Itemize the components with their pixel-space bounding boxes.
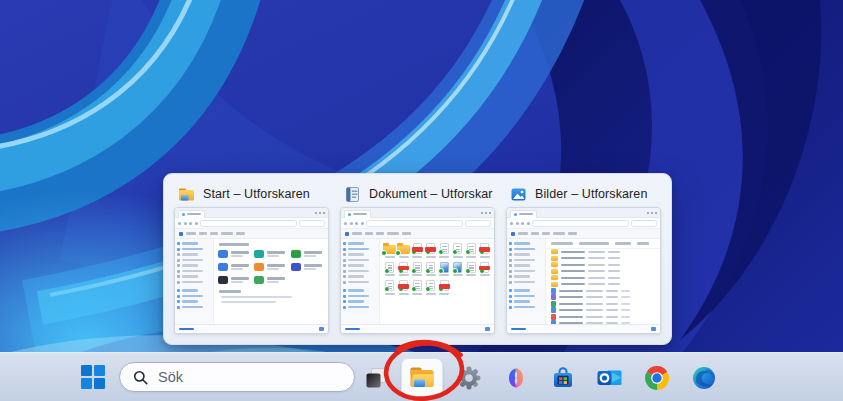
settings-button[interactable] bbox=[445, 356, 492, 400]
file-icon-pdf[interactable] bbox=[479, 262, 492, 277]
toolbar-item-bar bbox=[186, 232, 196, 235]
item-count-bar bbox=[511, 328, 526, 331]
file-icon-pdf[interactable] bbox=[479, 243, 492, 258]
file-icon-doc[interactable] bbox=[438, 243, 451, 258]
file-glyph bbox=[385, 262, 394, 273]
file-icon-doc[interactable] bbox=[411, 262, 424, 277]
task-view-icon bbox=[363, 365, 389, 391]
sidebar-item-icon bbox=[177, 253, 180, 256]
file-icon-pdf[interactable] bbox=[438, 280, 451, 295]
sidebar-item-icon bbox=[177, 281, 180, 284]
folder-tile[interactable] bbox=[254, 276, 287, 284]
tile-sub-bar bbox=[231, 268, 243, 270]
sidebar-item-icon bbox=[177, 264, 180, 267]
chrome-button[interactable] bbox=[633, 356, 680, 400]
file-explorer-folder-icon bbox=[178, 186, 195, 203]
edge-button[interactable] bbox=[680, 356, 727, 400]
search-input[interactable]: Sök bbox=[119, 362, 355, 392]
folder-row-icon bbox=[551, 269, 558, 274]
file-icon-doc[interactable] bbox=[411, 280, 424, 295]
copilot-button[interactable] bbox=[492, 356, 539, 400]
thumbnail-statusbar bbox=[341, 324, 494, 333]
tile-name-bar bbox=[231, 264, 249, 267]
sidebar-item-bar bbox=[514, 248, 535, 251]
sidebar-item-icon bbox=[509, 248, 512, 251]
folder-tile-labels bbox=[231, 277, 249, 283]
tab-icon-dot bbox=[348, 213, 351, 216]
thumbnail-addressbar bbox=[175, 218, 328, 229]
new-button-chip bbox=[179, 232, 183, 236]
nav-button-dot bbox=[355, 222, 358, 225]
toolbar-item-bar bbox=[199, 232, 207, 235]
sidebar-item-icon bbox=[177, 289, 180, 292]
taskbar-icons bbox=[352, 353, 727, 401]
file-explorer-button[interactable] bbox=[401, 358, 443, 398]
sidebar-item-icon bbox=[343, 275, 346, 278]
outlook-button[interactable] bbox=[586, 356, 633, 400]
folder-tile[interactable] bbox=[218, 250, 251, 258]
tile-name-bar bbox=[267, 264, 285, 267]
detail-bar bbox=[608, 257, 620, 259]
sidebar-item-icon bbox=[509, 281, 512, 284]
window-preview-dokument[interactable]: Dokument – Utforskar... bbox=[340, 181, 495, 334]
sidebar-item-bar bbox=[182, 242, 198, 245]
tile-sub-bar bbox=[267, 268, 279, 270]
file-icon-pdf[interactable] bbox=[397, 262, 410, 277]
sync-status-badge bbox=[479, 249, 485, 255]
folder-tile[interactable] bbox=[291, 263, 324, 271]
folder-tile[interactable] bbox=[218, 276, 251, 284]
file-icon-doc[interactable] bbox=[383, 262, 396, 277]
window-preview-header: Bilder – Utforskaren bbox=[506, 181, 661, 207]
window-preview-start[interactable]: Start – Utforskaren bbox=[174, 181, 329, 334]
detail-bar bbox=[621, 303, 630, 305]
file-name-bar bbox=[426, 256, 436, 258]
file-icon-doc[interactable] bbox=[465, 262, 478, 277]
detail-bar bbox=[561, 257, 585, 259]
start-button[interactable] bbox=[80, 364, 106, 390]
task-view-button[interactable] bbox=[352, 356, 399, 400]
detail-bar bbox=[586, 316, 603, 318]
file-icon-pdf[interactable] bbox=[425, 243, 438, 258]
sidebar-item-icon bbox=[343, 242, 346, 245]
file-icon-doc[interactable] bbox=[452, 243, 465, 258]
file-icon-doc[interactable] bbox=[465, 243, 478, 258]
detail-bar bbox=[608, 264, 620, 266]
thumbnail-sidebar bbox=[507, 239, 546, 324]
list-column-headers bbox=[546, 239, 660, 249]
folder-tile-labels bbox=[267, 264, 285, 270]
file-icon-pdf[interactable] bbox=[397, 280, 410, 295]
sync-status-badge bbox=[425, 268, 431, 274]
file-icon-doc[interactable] bbox=[425, 262, 438, 277]
folder-tile[interactable] bbox=[254, 250, 287, 258]
file-icon-folder[interactable] bbox=[397, 243, 410, 258]
file-icon-img[interactable] bbox=[438, 262, 451, 277]
detail-bar bbox=[621, 316, 630, 318]
window-thumbnail-dokument[interactable] bbox=[340, 207, 495, 334]
file-glyph bbox=[399, 280, 408, 291]
window-control-dot bbox=[319, 212, 321, 214]
sidebar-item-bar bbox=[348, 253, 364, 256]
folder-tile[interactable] bbox=[218, 263, 251, 271]
window-thumbnail-start[interactable] bbox=[174, 207, 329, 334]
file-icon-folder[interactable] bbox=[383, 243, 396, 258]
microsoft-store-button[interactable] bbox=[539, 356, 586, 400]
window-preview-bilder[interactable]: Bilder – Utforskaren bbox=[506, 181, 661, 334]
file-icon-doc[interactable] bbox=[425, 280, 438, 295]
file-name-bar bbox=[385, 256, 395, 258]
folder-tile[interactable] bbox=[254, 263, 287, 271]
window-thumbnail-bilder[interactable] bbox=[506, 207, 661, 334]
file-icon-img[interactable] bbox=[452, 262, 465, 277]
file-glyph bbox=[453, 243, 462, 254]
toolbar-item-bar bbox=[553, 232, 565, 235]
tile-name-bar bbox=[231, 251, 249, 254]
thumbnail-addressbar bbox=[507, 218, 660, 229]
detail-bar bbox=[606, 316, 618, 318]
detail-bar bbox=[559, 296, 583, 298]
folder-tile[interactable] bbox=[291, 250, 324, 258]
file-icon-doc[interactable] bbox=[383, 280, 396, 295]
file-icon-pdf[interactable] bbox=[411, 243, 424, 258]
sidebar-item-icon bbox=[343, 289, 346, 292]
window-control-dot bbox=[485, 212, 487, 214]
sync-status-badge bbox=[411, 286, 417, 292]
search-placeholder: Sök bbox=[158, 369, 183, 385]
